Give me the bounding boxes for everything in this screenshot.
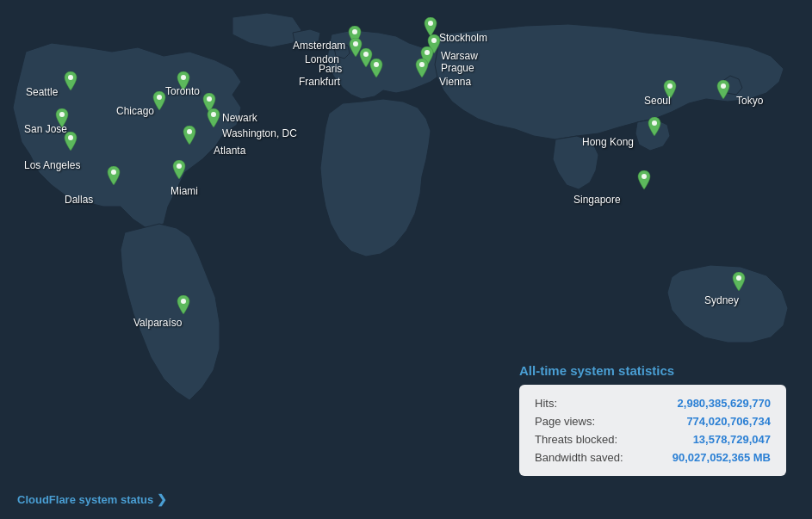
svg-point-22 <box>652 120 657 126</box>
label-seoul: Seoul <box>644 95 671 107</box>
pin-los-angeles <box>63 132 78 151</box>
label-dallas: Dallas <box>65 194 93 206</box>
svg-point-2 <box>59 112 65 117</box>
label-san-jose: San Jose <box>24 123 67 135</box>
svg-point-12 <box>352 29 357 34</box>
svg-point-3 <box>68 135 73 140</box>
label-hong-kong: Hong Kong <box>582 136 634 148</box>
svg-point-16 <box>428 21 433 26</box>
pin-hong-kong <box>647 117 662 136</box>
stat-row: Page views:774,020,706,734 <box>535 415 771 428</box>
svg-point-8 <box>211 112 216 117</box>
pin-washington--dc <box>206 108 221 127</box>
svg-point-9 <box>187 129 192 134</box>
label-toronto: Toronto <box>165 85 200 97</box>
label-prague: Prague <box>441 62 474 74</box>
label-frankfurt: Frankfurt <box>299 76 340 88</box>
pin-sydney <box>731 272 747 291</box>
svg-point-19 <box>419 62 425 67</box>
stat-label: Page views: <box>535 415 595 428</box>
svg-point-7 <box>207 96 212 102</box>
stat-value: 2,980,385,629,770 <box>678 397 771 410</box>
svg-point-6 <box>181 75 186 80</box>
label-miami: Miami <box>170 185 198 197</box>
svg-point-4 <box>111 170 116 175</box>
map-container: Seattle San Jose Los Angeles Dallas Chic… <box>0 0 812 519</box>
stats-box: Hits:2,980,385,629,770Page views:774,020… <box>519 385 786 476</box>
chevron-right-icon: ❯ <box>157 492 167 506</box>
stats-title: All-time system statistics <box>519 363 786 378</box>
stat-label: Threats blocked: <box>535 433 617 446</box>
label-seattle: Seattle <box>26 86 58 98</box>
svg-point-21 <box>721 83 726 89</box>
label-los-angeles: Los Angeles <box>24 159 80 171</box>
svg-point-5 <box>157 95 162 100</box>
label-singapore: Singapore <box>573 194 621 206</box>
svg-point-11 <box>181 299 186 304</box>
svg-point-20 <box>667 83 673 89</box>
pin-frankfurt <box>369 59 384 77</box>
stat-value: 774,020,706,734 <box>686 415 771 428</box>
pin-dallas <box>106 166 121 185</box>
svg-point-13 <box>353 41 358 46</box>
svg-point-14 <box>363 52 369 57</box>
svg-point-23 <box>642 174 647 179</box>
label-atlanta: Atlanta <box>214 145 245 157</box>
label-paris: Paris <box>319 63 342 75</box>
pin-stockholm <box>423 17 438 36</box>
label-warsaw: Warsaw <box>441 50 478 62</box>
pin-miami <box>171 160 187 179</box>
label-vienna: Vienna <box>439 76 471 88</box>
pin-singapore <box>636 170 652 189</box>
stat-row: Bandwidth saved:90,027,052,365 MB <box>535 451 771 464</box>
stat-row: Threats blocked:13,578,729,047 <box>535 433 771 446</box>
label-sydney: Sydney <box>704 294 739 306</box>
svg-point-18 <box>425 50 430 55</box>
cloudflare-status-link[interactable]: CloudFlare system status ❯ <box>17 492 167 506</box>
svg-point-1 <box>68 75 73 80</box>
pin-tokyo <box>716 80 731 99</box>
svg-point-17 <box>431 38 437 43</box>
stats-panel: All-time system statistics Hits:2,980,38… <box>519 363 786 476</box>
svg-point-24 <box>736 275 741 281</box>
pin-seattle <box>63 71 78 90</box>
label-washington--dc: Washington, DC <box>222 127 297 139</box>
stat-row: Hits:2,980,385,629,770 <box>535 397 771 410</box>
label-tokyo: Tokyo <box>736 95 763 107</box>
svg-point-10 <box>177 164 182 169</box>
stat-value: 90,027,052,365 MB <box>673 451 771 464</box>
svg-point-15 <box>374 62 379 67</box>
pin-vienna <box>414 59 430 77</box>
label-stockholm: Stockholm <box>439 32 487 44</box>
stat-value: 13,578,729,047 <box>693 433 771 446</box>
pin-atlanta <box>182 126 197 145</box>
label-amsterdam: Amsterdam <box>293 40 345 52</box>
stat-label: Hits: <box>535 397 557 410</box>
label-newark: Newark <box>222 112 257 124</box>
footer-link-text: CloudFlare system status <box>17 493 153 506</box>
pin-valpara-so <box>176 295 191 314</box>
stat-label: Bandwidth saved: <box>535 451 623 464</box>
label-valpara-so: Valparaíso <box>133 317 182 329</box>
label-chicago: Chicago <box>116 105 154 117</box>
